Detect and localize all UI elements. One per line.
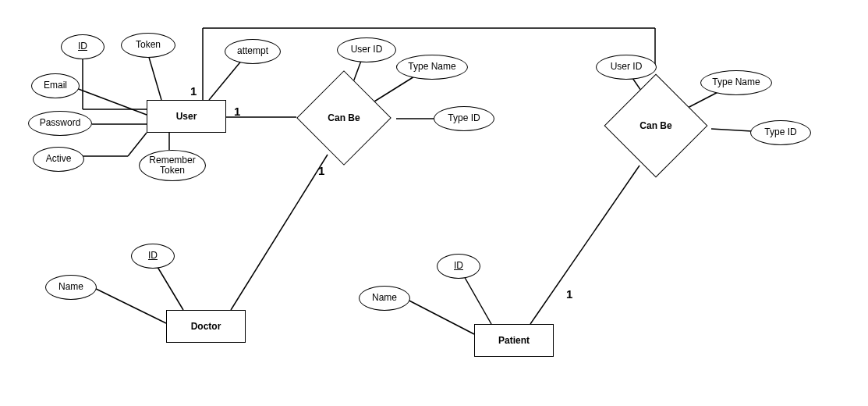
attr-user-password: Password	[28, 111, 92, 136]
svg-line-6	[128, 133, 147, 156]
attr-doctor-id-label: ID	[148, 251, 158, 261]
entity-patient: Patient	[474, 324, 554, 357]
attr-cb2-type-name-label: Type Name	[712, 77, 760, 87]
attr-user-attempt: attempt	[225, 39, 281, 64]
attr-cb2-type-name: Type Name	[700, 70, 772, 95]
attr-user-email: Email	[31, 73, 80, 98]
attr-patient-name-label: Name	[372, 293, 397, 303]
cardinality-user-top: 1	[190, 84, 197, 98]
attr-user-remember-token-label: Remember Token	[149, 155, 195, 176]
attr-cb1-type-id-label: Type ID	[448, 113, 480, 123]
relationship-canbe-1: Can Be	[296, 70, 391, 166]
attr-patient-id-label: ID	[454, 261, 463, 271]
attr-cb2-type-id-label: Type ID	[764, 127, 796, 137]
cardinality-user-cb1: 1	[234, 105, 240, 118]
entity-patient-label: Patient	[498, 335, 530, 346]
relationship-canbe-2-label: Can Be	[602, 72, 710, 180]
attr-cb1-type-id: Type ID	[434, 106, 494, 131]
entity-doctor-label: Doctor	[191, 321, 221, 332]
relationship-canbe-2: Can Be	[602, 72, 710, 180]
attr-cb1-user-id-label: User ID	[351, 45, 383, 55]
entity-user-label: User	[176, 111, 197, 122]
attr-cb1-type-name-label: Type Name	[408, 62, 455, 72]
attr-cb1-type-name: Type Name	[396, 55, 468, 80]
cardinality-cb2-patient: 1	[566, 287, 572, 301]
attr-user-attempt-label: attempt	[237, 46, 268, 56]
attr-user-password-label: Password	[40, 118, 81, 128]
attr-cb2-type-id: Type ID	[750, 120, 811, 145]
entity-doctor: Doctor	[166, 310, 246, 343]
attr-patient-id: ID	[437, 254, 480, 279]
attr-patient-name: Name	[359, 286, 410, 311]
attr-doctor-name: Name	[45, 275, 97, 300]
attr-doctor-name-label: Name	[58, 282, 83, 292]
attr-cb2-user-id-label: User ID	[611, 62, 643, 72]
svg-line-3	[70, 86, 147, 115]
attr-user-id: ID	[61, 34, 105, 59]
attr-user-token: Token	[121, 33, 175, 58]
attr-user-remember-token: Remember Token	[139, 150, 206, 181]
attr-user-email-label: Email	[44, 80, 67, 91]
svg-line-15	[88, 285, 166, 323]
attr-user-active-label: Active	[46, 154, 72, 164]
attr-doctor-id: ID	[131, 244, 175, 269]
entity-user: User	[147, 100, 226, 133]
attr-user-token-label: Token	[136, 40, 161, 50]
er-diagram-canvas: User Doctor Patient Can Be Can Be ID Tok…	[0, 0, 868, 406]
attr-cb1-user-id: User ID	[337, 37, 396, 62]
attr-user-id-label: ID	[78, 41, 87, 52]
svg-line-13	[231, 155, 328, 310]
relationship-canbe-1-label: Can Be	[296, 70, 391, 166]
attr-user-active: Active	[33, 147, 84, 172]
svg-line-22	[530, 166, 639, 324]
cardinality-cb1-doctor: 1	[318, 164, 324, 177]
svg-line-24	[402, 297, 474, 334]
